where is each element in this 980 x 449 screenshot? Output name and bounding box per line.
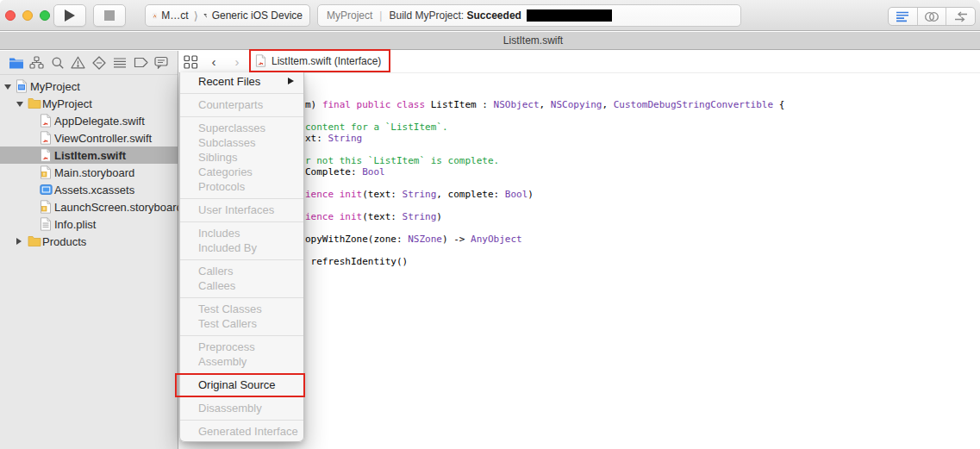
code-line: m) final public class ListItem : NSObjec… [305,99,784,110]
tree-item-label: AppDelegate.swift [54,115,145,128]
xcode-project-icon [153,9,157,22]
menu-item-original-source[interactable]: Original Source [180,377,303,392]
status-build-result: Succeeded [467,9,521,22]
stop-button[interactable] [93,4,126,27]
project-navigator-icon[interactable] [8,55,24,70]
tree-item-appdelegate-swift[interactable]: AppDelegate.swift [0,112,178,129]
assistant-editor-button[interactable] [918,8,947,25]
code-segment: content for a `ListItem`. [305,122,448,133]
minimize-window-button[interactable] [22,10,33,21]
zoom-window-button[interactable] [40,10,50,21]
search-navigator-icon[interactable] [49,55,66,70]
standard-editor-icon [896,11,909,22]
play-icon [65,9,75,22]
code-line: Complete: Bool [305,166,385,178]
standard-editor-button[interactable] [889,8,918,25]
tree-item-label: Products [42,235,86,248]
menu-separator [180,373,303,374]
plist-icon [40,217,52,231]
code-line: r not this `ListItem` is complete. [305,155,499,166]
code-segment: ience init [305,189,362,200]
activity-status-display: MyProject | Build MyProject: Succeeded | [317,4,741,27]
code-segment: Bool [362,166,385,178]
menu-item-assembly: Assembly [180,354,303,369]
tree-item-products[interactable]: Products [0,233,178,250]
code-segment: m) [305,99,322,110]
issue-navigator-icon[interactable] [70,55,86,70]
navigator-selector-bar [0,51,178,75]
submenu-arrow-icon [288,78,294,84]
menu-item-includes: Includes [180,226,303,240]
menu-item-disassembly: Disassembly [180,401,303,415]
editor-mode-segmented-control [888,7,976,26]
swift-icon [40,114,52,128]
swift-icon [40,131,52,145]
tab-listitem-swift[interactable]: ListItem.swift [178,32,888,50]
toolbar: M…ct ⟩ Generic iOS Device MyProject | Bu… [0,0,980,31]
tree-item-label: LaunchScreen.storyboard [54,201,183,214]
menu-item-subclasses: Subclasses [180,135,303,150]
tree-item-label: MyProject [42,97,92,110]
menu-separator [180,259,303,260]
code-segment: String [328,133,363,144]
disclosure-open-icon[interactable] [16,102,23,107]
status-project-name: MyProject [327,9,372,22]
code-line: refreshIdentity() [305,256,408,267]
tree-item-label: Info.plist [54,218,96,231]
menu-item-test-classes: Test Classes [180,302,303,316]
storyboard-icon [40,200,52,214]
run-button[interactable] [53,4,86,27]
disclosure-open-icon[interactable] [4,84,11,90]
code-line: ience init(text: String) [305,211,442,222]
scheme-destination: Generic iOS Device [212,9,303,22]
menu-item-included-by: Included By [180,240,303,255]
assets-icon [40,183,53,196]
code-line: xt: String [305,133,362,144]
code-segment: (text: [362,189,402,200]
tree-item-launchscreen-storyboard[interactable]: LaunchScreen.storyboard [0,198,178,215]
tree-item-assets-xcassets[interactable]: Assets.xcassets [0,181,178,198]
menu-item-recent-files[interactable]: Recent Files [180,74,303,89]
code-segment: opyWithZone(zone: [305,234,408,245]
version-editor-button[interactable] [946,8,975,25]
code-segment: String [403,189,437,200]
menu-item-categories: Categories [180,165,303,179]
code-segment: r not this `ListItem` is complete. [305,155,499,166]
tree-item-listitem-swift[interactable]: ListItem.swift [0,147,178,164]
symbol-navigator-icon[interactable] [28,55,45,70]
code-segment: NSZone [408,234,442,245]
navigator-sidebar: MyProjectMyProjectAppDelegate.swiftViewC… [0,51,178,449]
menu-item-callers: Callers [180,264,303,278]
code-segment: NSObject [494,99,540,110]
tree-item-viewcontroller-swift[interactable]: ViewController.swift [0,129,178,147]
folder-icon [28,97,41,109]
code-segment: AnyObject [471,234,522,245]
tree-item-myproject[interactable]: MyProject [0,78,178,95]
tree-item-label: ViewController.swift [54,132,152,145]
test-navigator-icon[interactable] [91,55,108,70]
code-segment: ience init [305,211,362,222]
breakpoint-navigator-icon[interactable] [133,55,149,70]
related-items-menu: Recent FilesCounterpartsSuperclassesSubc… [179,72,304,442]
code-segment: { [773,99,784,110]
code-segment: String [403,211,437,222]
menu-item-user-interfaces: User Interfaces [180,203,303,217]
scheme-selector[interactable]: M…ct ⟩ Generic iOS Device [145,4,310,27]
close-window-button[interactable] [5,10,16,21]
menu-item-callees: Callees [180,278,303,293]
xcode-window: M…ct ⟩ Generic iOS Device MyProject | Bu… [0,0,980,449]
menu-item-counterparts: Counterparts [180,97,303,112]
code-line: opyWithZone(zone: NSZone) -> AnyObject [305,234,522,245]
code-segment: CustomDebugStringConvertible [614,99,773,110]
code-segment: , [540,99,551,110]
disclosure-closed-icon[interactable] [16,238,22,245]
project-file-tree: MyProjectMyProjectAppDelegate.swiftViewC… [0,78,178,250]
tree-item-info-plist[interactable]: Info.plist [0,215,178,233]
report-navigator-icon[interactable] [153,55,170,70]
project-icon [16,79,28,93]
tree-item-myproject[interactable]: MyProject [0,95,178,112]
scheme-name: M…ct [161,9,188,22]
tree-item-label: ListItem.swift [54,149,126,162]
debug-navigator-icon[interactable] [112,55,128,70]
tree-item-main-storyboard[interactable]: Main.storyboard [0,164,178,181]
